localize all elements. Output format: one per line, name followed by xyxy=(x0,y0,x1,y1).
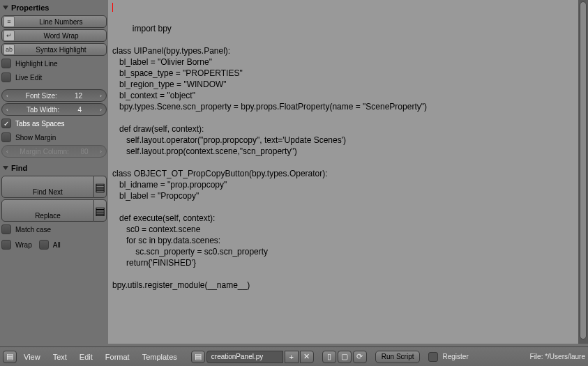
match-case-check[interactable]: Match case xyxy=(1,223,107,236)
run-script-button[interactable]: Run Script xyxy=(375,351,421,363)
triangle-down-icon xyxy=(3,166,8,170)
new-text-button[interactable]: ▯ xyxy=(322,351,336,363)
filename-value: creationPanel.py xyxy=(211,353,264,360)
datablock-browse-button[interactable]: ▤ xyxy=(191,351,205,363)
menu-view[interactable]: View xyxy=(18,353,46,361)
font-size-value: 12 xyxy=(75,92,82,100)
menu-text[interactable]: Text xyxy=(47,353,73,361)
register-checkbox[interactable] xyxy=(428,352,438,362)
chevron-right-icon[interactable]: › xyxy=(100,93,102,99)
show-margin-check[interactable]: Show Margin xyxy=(1,131,107,144)
menu-format[interactable]: Format xyxy=(100,353,135,361)
replace-label: Replace xyxy=(35,212,61,220)
add-text-button[interactable]: + xyxy=(285,351,299,363)
word-wrap-label: Word Wrap xyxy=(16,32,106,40)
line-numbers-icon: ≡ xyxy=(3,16,15,27)
word-wrap-icon: ↵ xyxy=(3,30,15,41)
editor-type-button[interactable]: ▤ xyxy=(3,351,17,363)
tabs-as-spaces-label: Tabs as Spaces xyxy=(15,120,65,128)
wrap-label: Wrap xyxy=(15,241,32,249)
find-next-group: Find Next ▤ xyxy=(1,176,107,198)
line-numbers-label: Line Numbers xyxy=(16,18,106,26)
font-size-field[interactable]: ‹ Font Size: 12 › xyxy=(1,89,107,102)
properties-title: Properties xyxy=(11,3,49,12)
checkbox-icon xyxy=(1,59,11,68)
checkbox-icon xyxy=(1,132,11,142)
match-case-label: Match case xyxy=(15,226,51,234)
live-edit-label: Live Edit xyxy=(15,74,42,82)
x-icon: ✕ xyxy=(303,352,310,361)
find-panel-header[interactable]: Find xyxy=(1,162,107,174)
filename-field[interactable]: creationPanel.py xyxy=(206,351,283,363)
margin-column-value: 80 xyxy=(81,148,89,155)
register-label: Register xyxy=(442,353,468,360)
checkbox-icon xyxy=(1,224,11,234)
chevron-left-icon: ‹ xyxy=(6,148,8,155)
find-next-label: Find Next xyxy=(33,188,63,196)
unlink-text-button[interactable]: ✕ xyxy=(300,351,314,363)
plus-icon: + xyxy=(289,353,294,361)
highlight-line-label: Highlight Line xyxy=(15,60,58,68)
text-editor[interactable]: import bpy class UIPanel(bpy.types.Panel… xyxy=(108,0,588,344)
margin-column-field: ‹ Margin Column: 80 › xyxy=(1,145,107,158)
folder-icon: ▢ xyxy=(341,352,348,361)
highlight-line-check[interactable]: Highlight Line xyxy=(1,57,107,70)
checkbox-icon xyxy=(1,119,11,128)
find-settings-button[interactable]: ▤ xyxy=(94,176,107,198)
margin-column-label: Margin Column: xyxy=(20,148,69,155)
find-next-button[interactable]: Find Next xyxy=(1,176,94,198)
sidebar: Properties ≡ Line Numbers ↵ Word Wrap ab… xyxy=(0,0,108,344)
syntax-highlight-label: Syntax Highlight xyxy=(16,46,106,54)
refresh-button[interactable]: ⟳ xyxy=(353,351,367,363)
menu-edit[interactable]: Edit xyxy=(74,353,98,361)
scrollbar-thumb[interactable] xyxy=(580,1,587,340)
run-script-label: Run Script xyxy=(382,353,414,360)
replace-group: Replace ▤ xyxy=(1,199,107,222)
live-edit-check[interactable]: Live Edit xyxy=(1,71,107,84)
file-path-label: File: */Users/laure xyxy=(530,353,585,360)
code-content: import bpy class UIPanel(bpy.types.Panel… xyxy=(112,24,427,290)
properties-panel-header[interactable]: Properties xyxy=(1,1,107,14)
syntax-highlight-button[interactable]: ab Syntax Highlight xyxy=(1,43,107,56)
line-numbers-button[interactable]: ≡ Line Numbers xyxy=(1,15,107,28)
chevron-left-icon[interactable]: ‹ xyxy=(6,107,8,113)
text-editor-icon: ▤ xyxy=(6,352,13,361)
open-text-button[interactable]: ▢ xyxy=(338,351,352,363)
tab-width-field[interactable]: ‹ Tab Width: 4 › xyxy=(1,103,107,116)
word-wrap-button[interactable]: ↵ Word Wrap xyxy=(1,29,107,42)
refresh-icon: ⟳ xyxy=(356,352,363,361)
tab-width-label: Tab Width: xyxy=(27,106,59,114)
text-icon: ▤ xyxy=(195,352,202,361)
text-icon: ▤ xyxy=(95,204,105,218)
text-icon: ▤ xyxy=(95,181,105,194)
checkbox-icon xyxy=(39,240,49,250)
replace-button[interactable]: Replace xyxy=(1,199,94,222)
footer-bar: ▤ View Text Edit Format Templates ▤ crea… xyxy=(0,346,588,366)
chevron-right-icon[interactable]: › xyxy=(100,107,102,113)
all-check[interactable]: All xyxy=(39,238,61,251)
tabs-as-spaces-check[interactable]: Tabs as Spaces xyxy=(1,117,107,130)
menu-templates[interactable]: Templates xyxy=(137,353,183,361)
all-label: All xyxy=(53,241,61,249)
syntax-highlight-icon: ab xyxy=(3,44,15,55)
chevron-left-icon[interactable]: ‹ xyxy=(6,93,8,99)
tab-width-value: 4 xyxy=(77,106,82,114)
cursor-icon xyxy=(112,3,113,12)
font-size-label: Font Size: xyxy=(26,92,57,100)
wrap-check[interactable]: Wrap xyxy=(1,238,32,251)
page-icon: ▯ xyxy=(327,352,331,361)
checkbox-icon xyxy=(1,73,11,82)
chevron-right-icon: › xyxy=(100,148,102,155)
replace-settings-button[interactable]: ▤ xyxy=(94,199,107,222)
show-margin-label: Show Margin xyxy=(15,134,56,142)
vertical-scrollbar[interactable] xyxy=(578,0,588,344)
triangle-down-icon xyxy=(3,6,8,10)
checkbox-icon xyxy=(1,240,11,250)
find-title: Find xyxy=(11,164,27,172)
